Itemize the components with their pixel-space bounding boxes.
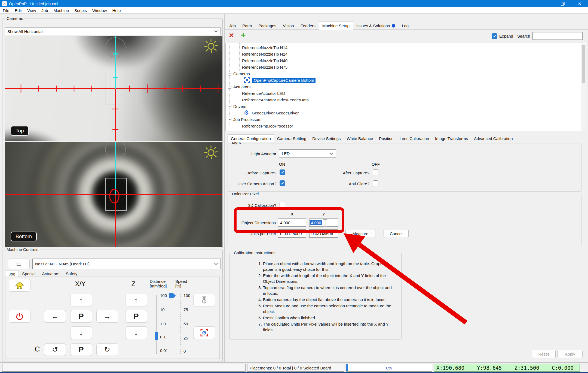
tab-white-balance[interactable]: White Balance	[344, 135, 376, 142]
tree-item[interactable]: ReferenceNozzleTip N75	[226, 64, 586, 70]
tab-position[interactable]: Position	[376, 135, 396, 142]
anti-glare-checkbox[interactable]	[373, 180, 378, 186]
app-icon	[2, 1, 7, 6]
power-button[interactable]	[9, 310, 30, 323]
tree-item-job-processors[interactable]: − Job Processors	[226, 116, 586, 123]
position-xy-button[interactable]: P	[70, 310, 92, 323]
dro-coordinates: X:190.680 Y:98.645 Z:31.500 C:0.000	[434, 364, 580, 372]
after-capture-checkbox[interactable]	[373, 169, 378, 175]
tab-image-transforms[interactable]: Image Transforms	[432, 135, 471, 142]
light-toggle-icon[interactable]	[204, 39, 218, 54]
speed-slider-handle[interactable]	[169, 293, 176, 298]
tab-camera-settling[interactable]: Camera Settling	[274, 135, 310, 142]
jog-x-minus-button[interactable]: ←	[44, 310, 66, 323]
title-bar: OpenPnP - Untitled.job.xml — ✕	[0, 0, 588, 7]
position-c-button[interactable]: P	[70, 343, 92, 356]
menu-edit[interactable]: Edit	[12, 8, 24, 13]
distance-slider-track[interactable]	[156, 295, 157, 354]
tab-packages[interactable]: Packages	[255, 22, 280, 30]
jog-y-plus-button[interactable]: ↑	[70, 294, 92, 306]
tab-machine-setup[interactable]: Machine Setup	[319, 21, 353, 30]
speed-slider-track[interactable]	[178, 294, 178, 354]
nozzle-select[interactable]: Nozzle: N1 - N045 (Head: H1)	[32, 259, 221, 269]
tree-item[interactable]: ReferencePnpJobProcessor	[226, 123, 586, 129]
apply-button[interactable]: Apply	[558, 350, 583, 358]
tree-item-actuators[interactable]: − Actuators	[226, 83, 586, 90]
jog-x-plus-button[interactable]: →	[96, 310, 118, 323]
light-actuator-select[interactable]: LED	[279, 149, 336, 157]
tree-scrollbar-thumb[interactable]	[582, 45, 585, 83]
distance-slider-handle[interactable]	[155, 332, 158, 340]
tab-job[interactable]: Job	[226, 22, 239, 30]
3d-calibration-checkbox[interactable]	[280, 202, 285, 208]
collapse-icon[interactable]: −	[228, 105, 231, 108]
tab-safety[interactable]: Safety	[63, 271, 81, 277]
tab-general-configuration[interactable]: General Configuration	[228, 134, 274, 142]
position-z-button[interactable]: P	[125, 310, 147, 323]
tree-item[interactable]: ReferenceNozzleTip N40	[226, 57, 586, 64]
expand-checkbox[interactable]	[492, 33, 497, 39]
tab-parts[interactable]: Parts	[239, 22, 255, 30]
collapse-icon[interactable]: −	[228, 72, 231, 75]
tab-feeders[interactable]: Feeders	[297, 22, 319, 30]
collapse-icon[interactable]: −	[228, 85, 231, 89]
tab-issues-solutions[interactable]: Issues & Solutions	[353, 22, 399, 30]
collapse-controls-button[interactable]: −	[8, 259, 30, 269]
tab-jog[interactable]: Jog	[5, 271, 19, 277]
tree-item[interactable]: ReferenceNozzleTip N24	[226, 51, 586, 57]
tree-item-gcodedriver[interactable]: ⚙ GcodeDriver GcodeDriver	[226, 110, 586, 116]
tab-device-settings[interactable]: Device Settings	[309, 135, 344, 142]
move-camera-here-button[interactable]	[193, 326, 215, 339]
light-group-label: Light	[231, 142, 242, 145]
close-button[interactable]: ✕	[571, 0, 588, 7]
add-icon[interactable]: +	[241, 30, 246, 40]
search-input[interactable]	[532, 32, 583, 40]
jog-z-plus-button[interactable]: ↑	[125, 294, 147, 306]
camera-view-select[interactable]: Show All Horizontal	[5, 28, 221, 35]
tree-item[interactable]: ReferenceActuator LED	[226, 90, 586, 96]
top-camera-view[interactable]: Top	[5, 36, 222, 141]
restore-button[interactable]	[554, 0, 571, 7]
park-nozzle-button[interactable]	[193, 294, 215, 306]
jog-z-minus-button[interactable]: ↓	[125, 326, 147, 339]
menu-job[interactable]: Job	[39, 8, 51, 13]
before-capture-checkbox[interactable]	[280, 169, 285, 175]
menu-scripts[interactable]: Scripts	[72, 8, 90, 13]
tree-item-drivers[interactable]: − Drivers	[226, 103, 586, 110]
tree-item-selected[interactable]: OpenPnpCaptureCamera Bottom	[226, 77, 586, 83]
object-dimensions-x-input[interactable]	[278, 219, 306, 227]
object-dimensions-y-input[interactable]: 4.000	[309, 219, 338, 227]
reset-button[interactable]: Reset	[532, 350, 556, 358]
menu-window[interactable]: Window	[90, 8, 109, 13]
bottom-camera-view[interactable]: Bottom	[5, 142, 222, 247]
tree-item-cameras[interactable]: − Cameras	[226, 70, 586, 77]
collapse-icon[interactable]: −	[228, 118, 231, 121]
rotate-ccw-button[interactable]: ↺	[44, 343, 66, 356]
rotate-cw-button[interactable]: ↻	[96, 343, 118, 356]
user-camera-action-checkbox[interactable]	[280, 180, 285, 186]
delete-icon[interactable]: ✕	[229, 32, 234, 39]
minimize-button[interactable]: —	[537, 0, 554, 7]
jog-y-minus-button[interactable]: ↓	[70, 326, 92, 339]
instruction-step: The calculated Units Per Pixel values wi…	[263, 321, 395, 333]
light-toggle-icon[interactable]	[204, 145, 218, 160]
cancel-button[interactable]: Cancel	[384, 229, 409, 238]
tab-log[interactable]: Log	[399, 22, 412, 30]
tab-actuators[interactable]: Actuators	[39, 271, 62, 277]
menu-view[interactable]: View	[24, 8, 39, 13]
tree-scrollbar[interactable]	[581, 44, 586, 131]
units-per-pixel-y-input[interactable]	[309, 229, 338, 238]
tab-vision[interactable]: Vision	[280, 22, 297, 30]
units-per-pixel-x-input[interactable]	[278, 229, 306, 238]
tab-advanced-calibration[interactable]: Advanced Calibration	[471, 135, 516, 142]
menu-file[interactable]: File	[0, 8, 12, 13]
tab-lens-calibration[interactable]: Lens Calibration	[397, 135, 432, 142]
menu-help[interactable]: Help	[109, 8, 123, 13]
home-button[interactable]	[9, 279, 30, 292]
tree-item[interactable]: ReferenceNozzleTip N14	[226, 44, 586, 51]
tree-item[interactable]: ReferenceActuator IndexFeederData	[226, 96, 586, 103]
menu-machine[interactable]: Machine	[51, 8, 72, 13]
tab-special[interactable]: Special	[19, 271, 39, 277]
measure-button[interactable]: Measure	[345, 229, 375, 238]
bottom-camera-reticle	[5, 142, 222, 247]
